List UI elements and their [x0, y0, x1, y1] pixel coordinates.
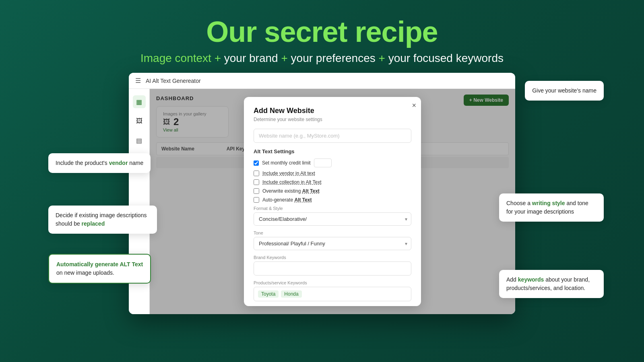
- collection-checkbox[interactable]: [254, 179, 259, 185]
- tag-honda: Honda: [281, 290, 301, 298]
- callout-keywords-before: Add: [506, 276, 518, 283]
- callout-website-name-text: Give your website's name: [532, 87, 597, 94]
- website-name-input[interactable]: [254, 129, 411, 143]
- app-titlebar: ☰ AI Alt Text Genereator: [129, 73, 515, 89]
- subtitle-preferences: your preferences: [291, 52, 376, 64]
- credit-limit-input[interactable]: 25: [314, 158, 332, 167]
- callout-website-name: Give your website's name: [525, 81, 604, 101]
- tone-field-group: Tone Professional/ Playful / Funny ▾: [254, 230, 411, 250]
- tone-select-wrapper: Professional/ Playful / Funny ▾: [254, 237, 411, 250]
- brand-keywords-field-group: Brand Keywords Tom's Auto Parts: [254, 255, 411, 276]
- subtitle-part2: +: [278, 52, 291, 64]
- callout-keywords: Add keywords about your brand, products/…: [499, 270, 604, 298]
- subtitle-keywords: your focused keywords: [388, 52, 504, 64]
- autogenerate-label: Auto-generate Alt Text: [262, 197, 312, 203]
- callout-vendor-text-after: name: [128, 160, 143, 166]
- brand-keywords-label: Brand Keywords: [254, 255, 411, 260]
- callout-auto-highlight: Automatically generate ALT Text: [56, 261, 143, 267]
- credit-limit-row: Set monthly credit limit 25: [254, 158, 411, 167]
- overwrite-checkbox[interactable]: [254, 188, 259, 194]
- tone-select[interactable]: Professional/ Playful / Funny: [254, 237, 411, 250]
- modal-title: Add New Website: [254, 107, 411, 115]
- callout-vendor-text-before: Include the product's: [56, 160, 109, 166]
- menu-icon[interactable]: ☰: [135, 77, 141, 84]
- format-select-wrapper: Concise/Elaborative/ ▾: [254, 212, 411, 226]
- subtitle-part1: Image context +: [140, 52, 224, 64]
- page-title: Our secret recipe: [0, 16, 644, 48]
- tone-label: Tone: [254, 230, 411, 235]
- modal-dialog: × Add New Website Determine your website…: [244, 97, 421, 306]
- callout-style-highlight: writing style: [532, 200, 565, 206]
- app-body: ▦ 🖼 ▤ ⚙ DASHBOARD Images in your gallery…: [129, 89, 515, 314]
- autogenerate-checkbox-row: Auto-generate Alt Text: [254, 197, 411, 203]
- main-content: DASHBOARD Images in your gallery 🖼 2 Vie…: [150, 89, 515, 314]
- callout-vendor-highlight: vendor: [109, 160, 128, 166]
- format-select[interactable]: Concise/Elaborative/: [254, 212, 411, 226]
- vendor-label: Include vendor in Alt text: [262, 171, 315, 176]
- tag-toyota: Toyota: [258, 290, 279, 298]
- callout-replace-highlight: replaced: [82, 220, 105, 227]
- brand-keywords-input[interactable]: Tom's Auto Parts: [254, 261, 411, 276]
- products-keywords-input[interactable]: Toyota Honda: [254, 287, 411, 301]
- format-label: Format & Style: [254, 206, 411, 211]
- vendor-checkbox[interactable]: [254, 171, 259, 176]
- collection-label: Include collection in Alt Text: [262, 179, 322, 185]
- products-keywords-field-group: Products/service Keywords Toyota Honda: [254, 280, 411, 301]
- callout-writing-style: Choose a writing style and tone for your…: [499, 193, 604, 222]
- subtitle-part3: +: [376, 52, 388, 64]
- alt-text-settings-label: Alt Text Settings: [254, 148, 411, 154]
- credit-limit-label: Set monthly credit limit: [262, 160, 311, 166]
- callout-auto-generate: Automatically generate ALT Text on new i…: [48, 254, 151, 284]
- callout-replace: Decide if existing image descriptions sh…: [48, 206, 157, 234]
- callout-style-before: Choose a: [506, 200, 532, 206]
- sidebar-item-chart[interactable]: ▤: [133, 134, 146, 147]
- subtitle-brand: your brand: [224, 52, 278, 64]
- collection-checkbox-row: Include collection in Alt Text: [254, 179, 411, 185]
- modal-overlay: × Add New Website Determine your website…: [150, 89, 515, 314]
- modal-subtitle: Determine your website settings: [254, 117, 411, 122]
- sidebar-item-images[interactable]: 🖼: [133, 115, 146, 128]
- vendor-checkbox-row: Include vendor in Alt text: [254, 171, 411, 176]
- sidebar-item-dashboard[interactable]: ▦: [133, 95, 146, 108]
- app-window: ☰ AI Alt Text Genereator ▦ 🖼 ▤ ⚙ DASHBOA…: [129, 73, 515, 314]
- overwrite-label: Overwrite existing Alt Text: [262, 188, 320, 194]
- modal-close-button[interactable]: ×: [412, 102, 416, 109]
- page-subtitle: Image context + your brand + your prefer…: [0, 52, 644, 65]
- format-field-group: Format & Style Concise/Elaborative/ ▾: [254, 206, 411, 226]
- autogenerate-checkbox[interactable]: [254, 197, 259, 203]
- app-title: AI Alt Text Genereator: [146, 78, 201, 84]
- callout-auto-text-after: on new image uploads.: [56, 269, 114, 276]
- callout-vendor: Include the product's vendor name: [48, 153, 151, 173]
- overwrite-checkbox-row: Overwrite existing Alt Text: [254, 188, 411, 194]
- callout-keywords-highlight: keywords: [518, 276, 544, 283]
- products-keywords-label: Products/service Keywords: [254, 280, 411, 285]
- credit-limit-checkbox[interactable]: [254, 160, 259, 166]
